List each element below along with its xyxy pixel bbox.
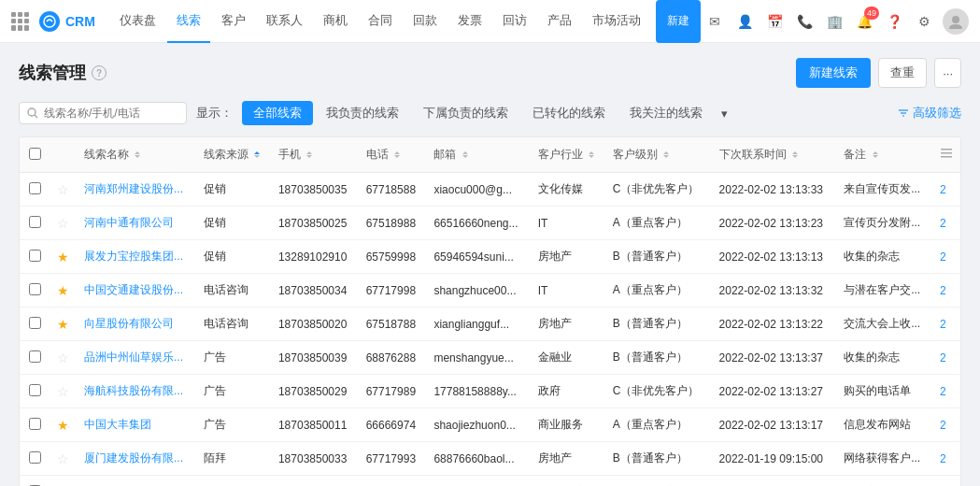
nav-customers[interactable]: 客户 xyxy=(212,0,255,43)
building-icon[interactable]: 🏢 xyxy=(823,10,845,33)
th-source[interactable]: 线索来源 xyxy=(196,137,271,173)
select-all-checkbox[interactable] xyxy=(29,148,41,160)
star-icon[interactable]: ★ xyxy=(57,317,69,332)
row-name-cell: 向星股份有限公司 xyxy=(77,307,196,341)
tab-subordinate-leads[interactable]: 下属负责的线索 xyxy=(412,101,519,125)
row-source-cell: 促销 xyxy=(196,207,271,240)
nav-contacts[interactable]: 联系人 xyxy=(257,0,312,43)
row-extra-cell: 2 xyxy=(932,307,960,341)
row-star-cell: ☆ xyxy=(50,476,77,487)
lead-name-link[interactable]: 向星股份有限公司 xyxy=(84,317,174,330)
tab-converted-leads[interactable]: 已转化的线索 xyxy=(521,101,617,125)
row-level-cell: A（重点客户） xyxy=(605,207,712,240)
row-remark-cell: 收集的杂志 xyxy=(836,240,932,274)
th-action[interactable] xyxy=(932,137,960,173)
lead-name-link[interactable]: 展发力宝控股集团... xyxy=(84,250,183,263)
row-remark-cell: 与潜在客户交... xyxy=(836,274,932,307)
search-icon xyxy=(27,107,38,119)
lead-name-link[interactable]: 中国交通建设股份... xyxy=(84,283,183,296)
row-star-cell: ☆ xyxy=(50,341,77,375)
table-row: ☆ 海航科技股份有限... 广告 18703850029 67717989 17… xyxy=(20,375,960,408)
svg-rect-7 xyxy=(941,149,952,150)
row-checkbox[interactable] xyxy=(29,418,41,430)
th-phone[interactable]: 电话 xyxy=(359,137,427,173)
row-source-cell: 广告 xyxy=(196,408,271,442)
user-icon[interactable]: 👤 xyxy=(733,10,756,33)
th-industry[interactable]: 客户行业 xyxy=(531,137,605,173)
row-checkbox[interactable] xyxy=(29,250,41,262)
nav-contracts[interactable]: 合同 xyxy=(359,0,402,43)
settings-icon[interactable]: ⚙ xyxy=(913,10,935,33)
th-next-contact[interactable]: 下次联系时间 xyxy=(712,137,837,173)
search-box[interactable] xyxy=(19,102,187,124)
search-input[interactable] xyxy=(44,107,175,120)
row-checkbox[interactable] xyxy=(29,384,41,396)
star-icon[interactable]: ☆ xyxy=(57,451,69,466)
phone-icon[interactable]: 📞 xyxy=(793,10,816,33)
apps-icon[interactable] xyxy=(11,12,30,31)
nav-leads[interactable]: 线索 xyxy=(167,0,210,43)
row-email-cell: 68876660baol... xyxy=(426,442,530,476)
advanced-filter-button[interactable]: 高级筛选 xyxy=(898,105,961,122)
svg-point-1 xyxy=(952,16,959,23)
nav-marketing[interactable]: 市场活动 xyxy=(583,0,650,43)
nav-invoices[interactable]: 发票 xyxy=(448,0,491,43)
nav-visits[interactable]: 回访 xyxy=(493,0,536,43)
row-checkbox[interactable] xyxy=(29,317,41,329)
row-checkbox[interactable] xyxy=(29,283,41,295)
nav-payments[interactable]: 回款 xyxy=(404,0,447,43)
user-avatar[interactable] xyxy=(943,8,969,35)
th-email[interactable]: 邮箱 xyxy=(426,137,530,173)
nav-products[interactable]: 产品 xyxy=(538,0,581,43)
dedup-button[interactable]: 查重 xyxy=(878,58,927,88)
th-remark[interactable]: 备注 xyxy=(836,137,932,173)
page-help-icon[interactable]: ? xyxy=(92,65,107,80)
table-row: ★ 中国交通建设股份... 电话咨询 18703850034 67717998 … xyxy=(20,274,960,307)
star-icon[interactable]: ☆ xyxy=(57,384,69,399)
row-industry-cell: 商业服务 xyxy=(531,408,605,442)
tab-followed-leads[interactable]: 我关注的线索 xyxy=(618,101,714,125)
filter-bar: 显示： 全部线索 我负责的线索 下属负责的线索 已转化的线索 我关注的线索 ▾ … xyxy=(19,101,961,125)
star-icon[interactable]: ☆ xyxy=(57,182,69,197)
nav-opportunities[interactable]: 商机 xyxy=(314,0,357,43)
th-lead-name[interactable]: 线索名称 xyxy=(77,137,196,173)
calendar-icon[interactable]: 📅 xyxy=(763,10,786,33)
top-navigation: CRM 仪表盘 线索 客户 联系人 商机 合同 回款 发票 回访 产品 市场活动… xyxy=(0,0,980,43)
th-mobile[interactable]: 手机 xyxy=(271,137,359,173)
row-industry-cell: IT xyxy=(531,207,605,240)
row-checkbox[interactable] xyxy=(29,182,41,194)
star-icon[interactable]: ★ xyxy=(57,250,69,264)
nav-dashboard[interactable]: 仪表盘 xyxy=(110,0,165,43)
more-actions-button[interactable]: ··· xyxy=(934,58,961,88)
bell-icon[interactable]: 🔔 49 xyxy=(853,10,875,33)
new-lead-button[interactable]: 新建线索 xyxy=(796,58,871,88)
row-email-cell: zhongyuanme... xyxy=(426,476,530,487)
help-icon[interactable]: ❓ xyxy=(883,10,905,33)
star-icon[interactable]: ★ xyxy=(57,283,69,298)
nav-new-button[interactable]: 新建 xyxy=(656,0,701,43)
row-name-cell: 品洲中州仙草娱乐... xyxy=(77,341,196,375)
row-checkbox[interactable] xyxy=(29,216,41,228)
row-star-cell: ★ xyxy=(50,274,77,307)
star-icon[interactable]: ☆ xyxy=(57,350,69,365)
row-checkbox-cell xyxy=(20,341,50,375)
lead-name-link[interactable]: 河南中通有限公司 xyxy=(84,216,174,229)
row-checkbox[interactable] xyxy=(29,451,41,464)
row-source-cell: 陌拜 xyxy=(196,442,271,476)
tab-all-leads[interactable]: 全部线索 xyxy=(242,101,313,125)
lead-name-link[interactable]: 中国大丰集团 xyxy=(84,418,151,431)
email-icon[interactable]: ✉ xyxy=(703,10,726,33)
lead-name-link[interactable]: 品洲中州仙草娱乐... xyxy=(84,350,183,364)
tabs-more-icon[interactable]: ▾ xyxy=(716,103,733,124)
lead-name-link[interactable]: 海航科技股份有限... xyxy=(84,384,183,397)
th-level[interactable]: 客户级别 xyxy=(605,137,712,173)
lead-name-link[interactable]: 河南郑州建设股份... xyxy=(84,182,183,195)
row-phone-cell: 68876288 xyxy=(359,341,427,375)
row-checkbox[interactable] xyxy=(29,350,41,363)
tab-my-leads[interactable]: 我负责的线索 xyxy=(315,101,410,125)
row-email-cell: shangzhuce00... xyxy=(426,274,530,307)
lead-name-link[interactable]: 厦门建发股份有限... xyxy=(84,451,183,465)
star-icon[interactable]: ☆ xyxy=(57,216,69,231)
row-checkbox-cell xyxy=(20,408,50,442)
star-icon[interactable]: ★ xyxy=(57,418,69,433)
